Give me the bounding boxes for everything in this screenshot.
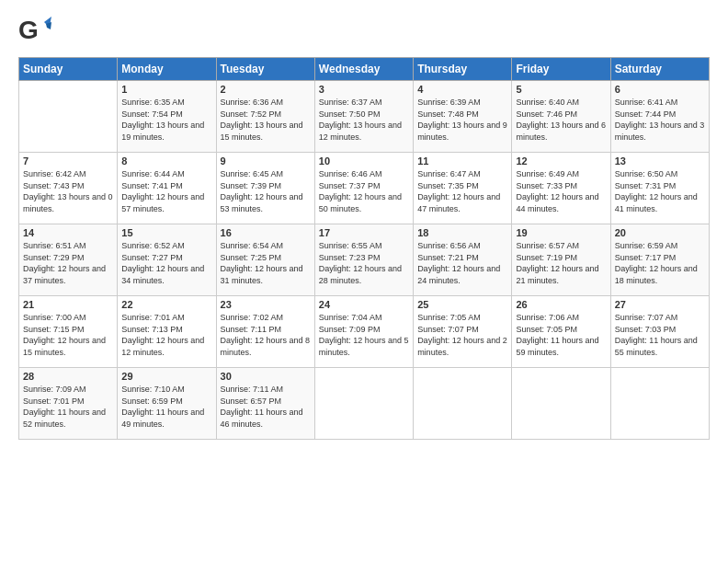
calendar-cell: 6Sunrise: 6:41 AMSunset: 7:44 PMDaylight… bbox=[610, 81, 709, 153]
cell-info: Sunrise: 7:04 AMSunset: 7:09 PMDaylight:… bbox=[319, 312, 409, 358]
calendar-cell: 27Sunrise: 7:07 AMSunset: 7:03 PMDayligh… bbox=[610, 296, 709, 368]
calendar-cell: 9Sunrise: 6:45 AMSunset: 7:39 PMDaylight… bbox=[216, 153, 314, 224]
calendar-cell: 20Sunrise: 6:59 AMSunset: 7:17 PMDayligh… bbox=[610, 224, 709, 296]
cell-info: Sunrise: 7:10 AMSunset: 6:59 PMDaylight:… bbox=[121, 384, 211, 430]
logo-icon: G bbox=[18, 15, 51, 48]
calendar-cell: 15Sunrise: 6:52 AMSunset: 7:27 PMDayligh… bbox=[118, 224, 216, 296]
cell-info: Sunrise: 6:41 AMSunset: 7:44 PMDaylight:… bbox=[615, 97, 705, 143]
day-number: 9 bbox=[221, 155, 311, 167]
calendar-cell: 4Sunrise: 6:39 AMSunset: 7:48 PMDaylight… bbox=[414, 81, 512, 153]
day-number: 10 bbox=[319, 155, 409, 167]
day-number: 5 bbox=[516, 84, 606, 95]
cell-info: Sunrise: 6:52 AMSunset: 7:27 PMDaylight:… bbox=[121, 240, 211, 286]
day-number: 21 bbox=[23, 299, 113, 310]
cell-info: Sunrise: 6:57 AMSunset: 7:19 PMDaylight:… bbox=[516, 240, 606, 286]
cell-info: Sunrise: 6:47 AMSunset: 7:35 PMDaylight:… bbox=[417, 168, 507, 214]
day-number: 8 bbox=[121, 155, 211, 167]
calendar-cell: 19Sunrise: 6:57 AMSunset: 7:19 PMDayligh… bbox=[512, 224, 610, 296]
calendar-cell: 10Sunrise: 6:46 AMSunset: 7:37 PMDayligh… bbox=[314, 153, 413, 224]
calendar-cell: 11Sunrise: 6:47 AMSunset: 7:35 PMDayligh… bbox=[414, 153, 512, 224]
cell-info: Sunrise: 6:42 AMSunset: 7:43 PMDaylight:… bbox=[23, 168, 113, 214]
cell-info: Sunrise: 6:40 AMSunset: 7:46 PMDaylight:… bbox=[516, 97, 606, 143]
day-number: 20 bbox=[615, 227, 705, 238]
calendar-cell: 3Sunrise: 6:37 AMSunset: 7:50 PMDaylight… bbox=[314, 81, 413, 153]
day-number: 7 bbox=[23, 155, 113, 167]
calendar-table: SundayMondayTuesdayWednesdayThursdayFrid… bbox=[18, 57, 710, 440]
day-number: 29 bbox=[121, 371, 211, 382]
day-number: 26 bbox=[516, 299, 606, 310]
cell-info: Sunrise: 6:56 AMSunset: 7:21 PMDaylight:… bbox=[417, 240, 507, 286]
day-number: 6 bbox=[615, 84, 705, 95]
calendar-cell: 8Sunrise: 6:44 AMSunset: 7:41 PMDaylight… bbox=[118, 153, 216, 224]
cell-info: Sunrise: 6:46 AMSunset: 7:37 PMDaylight:… bbox=[319, 168, 409, 214]
calendar-cell bbox=[414, 368, 512, 440]
day-number: 19 bbox=[516, 227, 606, 238]
page: G SundayMondayTuesdayWednesdayThursdayFr… bbox=[0, 0, 728, 563]
day-number: 12 bbox=[516, 155, 606, 167]
day-number: 15 bbox=[121, 227, 211, 238]
calendar-cell: 22Sunrise: 7:01 AMSunset: 7:13 PMDayligh… bbox=[118, 296, 216, 368]
day-number: 17 bbox=[319, 227, 409, 238]
calendar-cell bbox=[19, 81, 118, 153]
day-number: 23 bbox=[221, 299, 311, 310]
weekday-header: Friday bbox=[512, 58, 610, 81]
weekday-header: Wednesday bbox=[314, 58, 413, 81]
calendar-cell bbox=[314, 368, 413, 440]
cell-info: Sunrise: 6:36 AMSunset: 7:52 PMDaylight:… bbox=[221, 97, 311, 143]
calendar-cell: 14Sunrise: 6:51 AMSunset: 7:29 PMDayligh… bbox=[19, 224, 118, 296]
cell-info: Sunrise: 7:07 AMSunset: 7:03 PMDaylight:… bbox=[615, 312, 705, 358]
day-number: 1 bbox=[121, 84, 211, 95]
calendar-cell bbox=[512, 368, 610, 440]
cell-info: Sunrise: 6:51 AMSunset: 7:29 PMDaylight:… bbox=[23, 240, 113, 286]
cell-info: Sunrise: 7:06 AMSunset: 7:05 PMDaylight:… bbox=[516, 312, 606, 358]
day-number: 16 bbox=[221, 227, 311, 238]
day-number: 11 bbox=[417, 155, 507, 167]
weekday-header: Monday bbox=[118, 58, 216, 81]
calendar-cell: 12Sunrise: 6:49 AMSunset: 7:33 PMDayligh… bbox=[512, 153, 610, 224]
calendar-cell: 1Sunrise: 6:35 AMSunset: 7:54 PMDaylight… bbox=[118, 81, 216, 153]
calendar-cell bbox=[610, 368, 709, 440]
cell-info: Sunrise: 6:39 AMSunset: 7:48 PMDaylight:… bbox=[417, 97, 507, 143]
cell-info: Sunrise: 7:11 AMSunset: 6:57 PMDaylight:… bbox=[221, 384, 311, 430]
cell-info: Sunrise: 6:59 AMSunset: 7:17 PMDaylight:… bbox=[615, 240, 705, 286]
day-number: 14 bbox=[23, 227, 113, 238]
day-number: 24 bbox=[319, 299, 409, 310]
calendar-cell: 24Sunrise: 7:04 AMSunset: 7:09 PMDayligh… bbox=[314, 296, 413, 368]
day-number: 30 bbox=[221, 371, 311, 382]
calendar-cell: 30Sunrise: 7:11 AMSunset: 6:57 PMDayligh… bbox=[216, 368, 314, 440]
weekday-header: Tuesday bbox=[216, 58, 314, 81]
cell-info: Sunrise: 6:37 AMSunset: 7:50 PMDaylight:… bbox=[319, 97, 409, 143]
calendar-cell: 17Sunrise: 6:55 AMSunset: 7:23 PMDayligh… bbox=[314, 224, 413, 296]
cell-info: Sunrise: 6:50 AMSunset: 7:31 PMDaylight:… bbox=[615, 168, 705, 214]
calendar-cell: 21Sunrise: 7:00 AMSunset: 7:15 PMDayligh… bbox=[19, 296, 118, 368]
cell-info: Sunrise: 6:44 AMSunset: 7:41 PMDaylight:… bbox=[121, 168, 211, 214]
calendar-cell: 7Sunrise: 6:42 AMSunset: 7:43 PMDaylight… bbox=[19, 153, 118, 224]
day-number: 18 bbox=[417, 227, 507, 238]
calendar-cell: 26Sunrise: 7:06 AMSunset: 7:05 PMDayligh… bbox=[512, 296, 610, 368]
calendar-cell: 25Sunrise: 7:05 AMSunset: 7:07 PMDayligh… bbox=[414, 296, 512, 368]
cell-info: Sunrise: 7:02 AMSunset: 7:11 PMDaylight:… bbox=[221, 312, 311, 358]
cell-info: Sunrise: 7:01 AMSunset: 7:13 PMDaylight:… bbox=[121, 312, 211, 358]
calendar-cell: 2Sunrise: 6:36 AMSunset: 7:52 PMDaylight… bbox=[216, 81, 314, 153]
cell-info: Sunrise: 6:49 AMSunset: 7:33 PMDaylight:… bbox=[516, 168, 606, 214]
day-number: 4 bbox=[417, 84, 507, 95]
day-number: 27 bbox=[615, 299, 705, 310]
cell-info: Sunrise: 6:55 AMSunset: 7:23 PMDaylight:… bbox=[319, 240, 409, 286]
day-number: 3 bbox=[319, 84, 409, 95]
calendar-cell: 18Sunrise: 6:56 AMSunset: 7:21 PMDayligh… bbox=[414, 224, 512, 296]
calendar-cell: 13Sunrise: 6:50 AMSunset: 7:31 PMDayligh… bbox=[610, 153, 709, 224]
logo: G bbox=[18, 15, 53, 48]
cell-info: Sunrise: 6:45 AMSunset: 7:39 PMDaylight:… bbox=[221, 168, 311, 214]
calendar-cell: 28Sunrise: 7:09 AMSunset: 7:01 PMDayligh… bbox=[19, 368, 118, 440]
header: G bbox=[18, 15, 710, 48]
cell-info: Sunrise: 7:09 AMSunset: 7:01 PMDaylight:… bbox=[23, 384, 113, 430]
calendar-cell: 16Sunrise: 6:54 AMSunset: 7:25 PMDayligh… bbox=[216, 224, 314, 296]
calendar-cell: 23Sunrise: 7:02 AMSunset: 7:11 PMDayligh… bbox=[216, 296, 314, 368]
day-number: 13 bbox=[615, 155, 705, 167]
svg-text:G: G bbox=[18, 16, 39, 44]
day-number: 25 bbox=[417, 299, 507, 310]
weekday-header: Sunday bbox=[19, 58, 118, 81]
weekday-header: Thursday bbox=[414, 58, 512, 81]
cell-info: Sunrise: 7:05 AMSunset: 7:07 PMDaylight:… bbox=[417, 312, 507, 358]
calendar-cell: 29Sunrise: 7:10 AMSunset: 6:59 PMDayligh… bbox=[118, 368, 216, 440]
